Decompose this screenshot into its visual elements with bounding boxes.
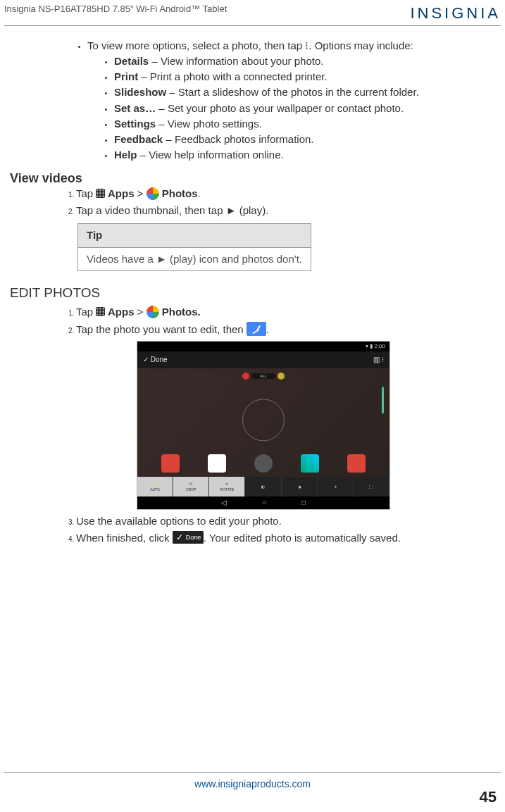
option-item: Feedback – Feedback photos information. [114, 132, 488, 146]
tip-box: Tip Videos have a ► (play) icon and phot… [77, 223, 311, 271]
ss-status-bar: ▾ ▮ 2:00 [137, 342, 389, 351]
ss-nav-recent-icon[interactable]: □ [301, 498, 306, 508]
ss-clock-ring [242, 399, 285, 442]
option-term: Print [114, 70, 138, 82]
edit-photos-step-2: Tap the photo you want to edit, then . ▾… [76, 322, 488, 510]
tip-body: Videos have a ► (play) icon and photos d… [78, 247, 311, 270]
ss-edit-tab[interactable]: ◑ [282, 477, 318, 496]
view-videos-step-1: Tap Apps > Photos. [76, 187, 488, 201]
option-desc: – View information about your photo. [149, 55, 323, 67]
ss-nav-back-icon[interactable]: ◁ [221, 498, 227, 508]
option-item: Settings – View photo settings. [114, 117, 488, 131]
page-number: 45 [480, 787, 497, 808]
step-text: . [266, 323, 269, 335]
option-item: Set as… – Set your photo as your wallpap… [114, 101, 488, 115]
edit-photos-step-1: Tap Apps > Photos. [76, 305, 488, 319]
ss-edit-tab-crop[interactable]: ⊡CROP [173, 477, 209, 496]
header-rule [4, 25, 501, 26]
done-button-icon [173, 531, 204, 544]
ss-notif-icon [242, 373, 249, 380]
step-text: Tap [76, 306, 96, 318]
view-videos-step-2: Tap a video thumbnail, then tap ► (play)… [76, 204, 488, 218]
ss-edit-toolbar: ✨AUTO ⊡CROP ⟳ROTATE ◧ ◑ ☀ ⋮⋮ [137, 477, 389, 496]
ss-top-bar: ✓ Done ▥ ⁝ [137, 351, 389, 368]
ss-done-button[interactable]: ✓ Done [143, 355, 168, 365]
photos-icon [146, 187, 159, 200]
ss-wallpaper: ALL [137, 368, 389, 477]
ss-edit-tab[interactable]: ◧ [245, 477, 281, 496]
ss-app-icon [208, 454, 226, 473]
ss-app-icon [161, 454, 180, 473]
apps-label: Apps [105, 187, 134, 199]
gt-separator: > [134, 187, 146, 199]
brand-logo: INSIGNIA [410, 3, 501, 24]
option-desc: – Start a slideshow of the photos in the… [166, 86, 419, 98]
ss-app-icon [347, 454, 366, 473]
intro-text: To view more options, select a photo, th… [87, 39, 413, 51]
ss-notif-icon [278, 373, 285, 380]
ss-app-icon [254, 454, 273, 473]
footer-url[interactable]: www.insigniaproducts.com [194, 778, 311, 789]
step-end: . [198, 187, 201, 199]
edit-photos-step-3: Use the available options to edit your p… [76, 514, 488, 528]
step-text: Tap [76, 187, 96, 199]
ss-edit-tab[interactable]: ⋮⋮ [354, 477, 389, 496]
step-text: . Your edited photo is automatically sav… [204, 532, 401, 544]
option-term: Feedback [114, 133, 163, 145]
ss-topbar-actions[interactable]: ▥ ⁝ [373, 355, 384, 365]
step-text: When finished, click [76, 532, 173, 544]
edit-photos-step-4: When finished, click . Your edited photo… [76, 531, 488, 545]
option-term: Settings [114, 118, 156, 130]
intro-bullet: To view more options, select a photo, th… [87, 39, 488, 163]
ss-app-icon [301, 454, 319, 473]
gt-separator: > [134, 306, 146, 318]
ss-edit-tab[interactable]: ☀ [318, 477, 354, 496]
option-desc: – View photo settings. [156, 118, 262, 130]
option-term: Slideshow [114, 86, 166, 98]
option-item: Print – Print a photo with a connected p… [114, 70, 488, 84]
step-text: Tap the photo you want to edit, then [76, 323, 247, 335]
photos-label: Photos. [159, 306, 201, 318]
tip-header: Tip [78, 224, 311, 247]
option-item: Slideshow – Start a slideshow of the pho… [114, 85, 488, 99]
photos-icon [146, 306, 159, 318]
view-videos-heading: View videos [10, 170, 488, 187]
edit-photo-screenshot: ▾ ▮ 2:00 ✓ Done ▥ ⁝ ALL [137, 341, 390, 510]
ss-all-pill: ALL [251, 373, 275, 379]
apps-icon [96, 189, 105, 198]
option-desc: – Print a photo with a connected printer… [138, 70, 328, 82]
doc-header-line: Insignia NS-P16AT785HD 7.85" Wi-Fi Andro… [4, 3, 227, 15]
ss-scrollbar[interactable] [382, 387, 384, 413]
edit-pencil-icon [247, 322, 266, 336]
option-term: Help [114, 149, 137, 161]
photos-label: Photos [159, 187, 198, 199]
ss-edit-tab-auto[interactable]: ✨AUTO [137, 477, 173, 496]
ss-nav-bar: ◁ ○ □ [137, 496, 389, 509]
ss-edit-tab-rotate[interactable]: ⟳ROTATE [209, 477, 245, 496]
apps-label: Apps [105, 306, 134, 318]
edit-photos-heading: EDIT PHOTOS [10, 284, 488, 302]
apps-icon [96, 307, 105, 316]
option-desc: – Feedback photos information. [163, 133, 313, 145]
option-item: Details – View information about your ph… [114, 54, 488, 68]
option-term: Details [114, 55, 149, 67]
option-desc: – Set your photo as your wallpaper or co… [156, 102, 404, 114]
page-footer: www.insigniaproducts.com [4, 772, 501, 791]
ss-nav-home-icon[interactable]: ○ [262, 498, 266, 508]
option-term: Set as… [114, 102, 156, 114]
option-desc: – View help information online. [137, 149, 284, 161]
option-item: Help – View help information online. [114, 148, 488, 162]
